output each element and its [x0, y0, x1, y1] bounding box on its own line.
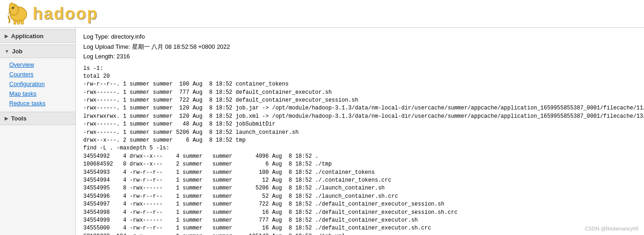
elephant-icon	[6, 2, 31, 25]
sidebar-item-overview[interactable]: Overview	[0, 60, 75, 69]
log-upload-time: Log Upload Time: 星期一 八月 08 18:52:58 +080…	[83, 42, 637, 52]
application-arrow-icon: ▶	[5, 34, 8, 39]
log-body: ls -1: total 20 -rw-r--r--. 1 summer sum…	[83, 65, 637, 235]
content-panel: Log Type: directory.info Log Upload Time…	[76, 28, 644, 235]
sidebar: ▶ Application ▼ Job Overview Counters Co…	[0, 28, 76, 235]
log-type: Log Type: directory.info	[83, 32, 637, 41]
sidebar-job-header[interactable]: ▼ Job	[0, 45, 75, 58]
main-layout: ▶ Application ▼ Job Overview Counters Co…	[0, 28, 644, 235]
header: hadoop	[0, 0, 644, 28]
watermark: CSDN @Redamancy06	[585, 226, 638, 231]
hadoop-logo: hadoop	[6, 2, 98, 25]
sidebar-item-map-tasks[interactable]: Map tasks	[0, 89, 75, 98]
sidebar-job-submenu: Overview Counters Configuration Map task…	[0, 59, 75, 110]
sidebar-application-header[interactable]: ▶ Application	[0, 29, 75, 43]
svg-point-3	[12, 7, 14, 9]
svg-rect-4	[14, 20, 16, 24]
sidebar-item-configuration[interactable]: Configuration	[0, 79, 75, 89]
log-length: Log Length: 2316	[83, 52, 637, 61]
svg-rect-5	[17, 20, 20, 24]
sidebar-item-reduce-tasks[interactable]: Reduce tasks	[0, 98, 75, 108]
sidebar-job-label: Job	[12, 48, 23, 55]
hadoop-title-text: hadoop	[33, 4, 98, 23]
sidebar-application-label: Application	[11, 33, 44, 40]
svg-rect-6	[21, 20, 23, 24]
sidebar-item-counters[interactable]: Counters	[0, 69, 75, 79]
sidebar-tools-header[interactable]: ▶ Tools	[0, 112, 75, 125]
tools-arrow-icon: ▶	[5, 116, 8, 121]
svg-point-2	[9, 3, 15, 9]
sidebar-tools-label: Tools	[11, 115, 27, 122]
job-arrow-icon: ▼	[5, 49, 9, 54]
log-metadata: Log Type: directory.info Log Upload Time…	[83, 32, 637, 61]
